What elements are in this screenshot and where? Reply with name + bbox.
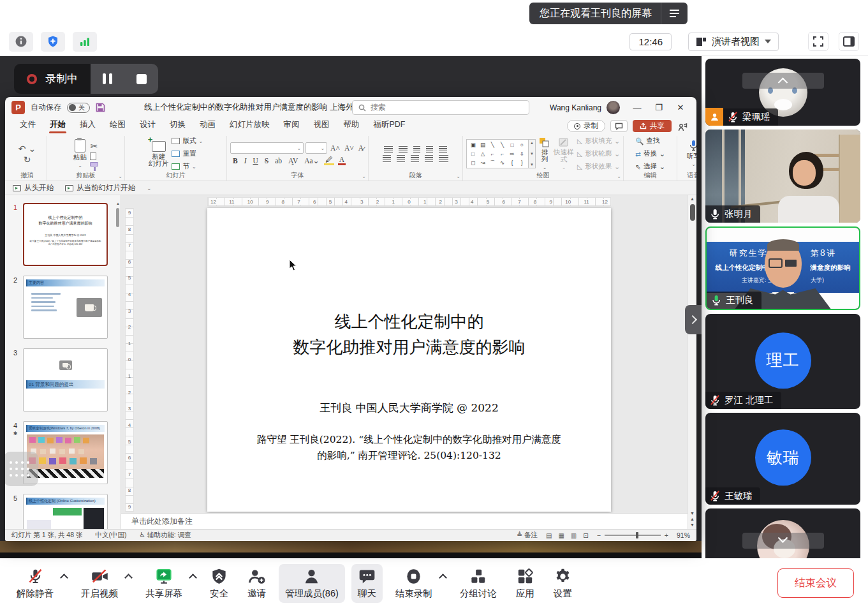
ribbon-tab-10[interactable]: 视图 xyxy=(307,117,337,134)
ribbon-tab-9[interactable]: 审阅 xyxy=(277,117,307,134)
slide-thumbnail-5[interactable]: 线上个性化定制 (Online Customization) xyxy=(23,494,108,529)
layout-button[interactable]: 版式⌄ xyxy=(172,136,203,147)
autosave-toggle[interactable]: 关 xyxy=(67,103,90,113)
shape-effects-button[interactable]: ◺形状效果 ⌄ xyxy=(577,161,620,172)
grow-font-icon[interactable]: A˄ xyxy=(329,144,341,152)
new-slide-button[interactable]: 新建 幻灯片 xyxy=(149,141,169,167)
quickbar-overflow-icon[interactable]: ⌄ xyxy=(147,185,152,191)
align-right-icon[interactable] xyxy=(411,155,419,162)
search-input[interactable]: 搜索 xyxy=(352,100,529,115)
clear-formatting-icon[interactable]: A̷ xyxy=(357,144,365,152)
decrease-indent-icon[interactable] xyxy=(413,146,420,153)
notes-panel[interactable]: 单击此处添加备注 xyxy=(121,513,688,529)
highlight-color-button[interactable]: 🖉 xyxy=(324,156,334,165)
copy-icon[interactable] xyxy=(90,152,96,160)
chevron-up-icon[interactable] xyxy=(60,574,68,582)
close-button[interactable]: ✕ xyxy=(670,99,691,117)
network-quality-button[interactable] xyxy=(73,32,97,52)
format-painter-icon[interactable] xyxy=(90,162,98,167)
columns-icon[interactable] xyxy=(439,155,448,162)
arrange-button[interactable]: 排列⌄ xyxy=(539,137,550,171)
shape-gallery-scroll[interactable]: ▲▼▼ xyxy=(529,139,536,168)
zoom-level[interactable]: 91% xyxy=(677,531,690,539)
ppt-record-button[interactable]: 录制 xyxy=(567,120,605,132)
meeting-info-button[interactable] xyxy=(9,32,33,52)
toolbar-screen-share-button[interactable]: 共享屏幕 xyxy=(139,564,189,603)
participant-tile-5[interactable]: 敏瑞王敏瑞 xyxy=(705,413,860,505)
section-button[interactable]: 节⌄ xyxy=(172,161,196,172)
dictate-button[interactable]: 听写⌄ xyxy=(687,140,696,168)
underline-button[interactable]: U xyxy=(252,157,260,165)
slide-thumbnail-2[interactable]: 主要内容 xyxy=(23,276,108,339)
current-slide[interactable]: 线上个性化定制中的 数字化助推对用户满意度的影响 王刊良 中国人民大学商学院 @… xyxy=(207,208,611,512)
participant-tile-1[interactable]: 梁珮瑶 xyxy=(705,59,860,126)
language-status[interactable]: 中文(中国) xyxy=(95,531,126,540)
ribbon-tab-7[interactable]: 动画 xyxy=(193,117,223,134)
sidebar-collapse-handle[interactable] xyxy=(685,305,702,334)
undo-icon[interactable]: ↶ ⌄ xyxy=(18,144,36,153)
fullscreen-button[interactable] xyxy=(808,32,828,51)
presenter-coach-icon[interactable] xyxy=(678,123,688,132)
text-shadow-button[interactable]: ab xyxy=(274,157,283,165)
account-name[interactable]: Wang Kanliang xyxy=(550,103,601,112)
toolbar-mic-muted-button[interactable]: 解除静音 xyxy=(10,564,60,603)
ribbon-tab-5[interactable]: 设计 xyxy=(133,117,163,134)
pause-recording-button[interactable] xyxy=(91,64,124,94)
video-strip-expand-button[interactable] xyxy=(742,533,824,549)
paste-button[interactable]: 粘贴⌄ xyxy=(73,139,87,169)
reading-view-icon[interactable]: ▥ xyxy=(571,532,577,539)
ribbon-tab-8[interactable]: 幻灯片放映 xyxy=(223,117,277,134)
toolbar-chat-button[interactable]: 聊天 xyxy=(351,564,383,603)
minimize-button[interactable]: — xyxy=(626,99,648,117)
line-spacing-icon[interactable] xyxy=(439,146,447,153)
thumbnail-scrollbar[interactable]: ▲ xyxy=(115,202,120,525)
meeting-floating-widget[interactable] xyxy=(5,452,38,486)
participant-tile-4[interactable]: 理工罗江 北理工 xyxy=(705,314,860,409)
redo-icon[interactable]: ↻ xyxy=(18,155,36,164)
strikethrough-button[interactable]: S xyxy=(263,157,270,165)
end-meeting-button[interactable]: 结束会议 xyxy=(777,568,854,598)
slide-thumbnail-1[interactable]: 线上个性化定制中的数字化助推对用户满意度的影响王刊良 中国人民大学商学院 @ 2… xyxy=(23,203,108,266)
ribbon-tab-11[interactable]: 帮助 xyxy=(337,117,367,134)
toolbar-camera-muted-button[interactable]: 开启视频 xyxy=(75,564,124,603)
font-size-select[interactable]: ⌄ xyxy=(305,142,327,154)
from-current-slide-button[interactable]: 从当前幻灯片开始 xyxy=(65,183,135,193)
shape-outline-button[interactable]: ◺形状轮廓 ⌄ xyxy=(577,149,620,159)
save-icon[interactable] xyxy=(96,103,105,112)
font-name-select[interactable]: ⌄ xyxy=(230,142,304,154)
slide-sorter-icon[interactable]: ▦ xyxy=(558,532,564,539)
select-button[interactable]: ⇖选择 ⌄ xyxy=(635,161,665,172)
ppt-vertical-scrollbar[interactable]: ▲ ▼▲▼ xyxy=(688,195,696,529)
ribbon-tab-4[interactable]: 绘图 xyxy=(103,117,133,134)
toolbar-settings-button[interactable]: 设置 xyxy=(547,564,578,603)
restore-button[interactable]: ❐ xyxy=(648,99,670,117)
font-color-button[interactable]: A xyxy=(338,156,346,165)
cut-icon[interactable]: ✂ xyxy=(90,142,98,151)
participant-tile-2[interactable]: 张明月 xyxy=(705,130,860,223)
side-panel-toggle-button[interactable] xyxy=(839,32,859,51)
shape-fill-button[interactable]: ◺形状填充 ⌄ xyxy=(577,136,620,147)
italic-button[interactable]: I xyxy=(243,157,248,165)
ribbon-tab-6[interactable]: 切换 xyxy=(163,117,193,134)
ribbon-tab-1[interactable]: 文件 xyxy=(13,117,43,134)
shape-gallery[interactable]: ▣▤╲╲□○ □△⌐⌐⇨⇩ ◻↝⌒∿{} xyxy=(466,139,529,168)
toolbar-invite-button[interactable]: 邀请 xyxy=(241,564,272,603)
chevron-up-icon[interactable] xyxy=(189,574,197,582)
toolbar-breakout-button[interactable]: 分组讨论 xyxy=(453,564,503,603)
participant-tile-6[interactable] xyxy=(705,508,860,558)
share-button[interactable]: 共享 xyxy=(633,120,672,132)
slide-thumbnail-3[interactable]: 01 背景和问题的提出 xyxy=(23,348,108,412)
quick-styles-button[interactable]: 快速样式⌄ xyxy=(554,137,574,171)
reset-button[interactable]: 重置 xyxy=(172,149,196,159)
toolbar-apps-button[interactable]: 应用 xyxy=(510,564,541,603)
view-mode-dropdown[interactable]: 演讲者视图 xyxy=(688,33,779,51)
change-case-button[interactable]: Aa⌄ xyxy=(303,156,320,165)
shrink-font-icon[interactable]: A˅ xyxy=(343,144,355,152)
normal-view-icon[interactable]: ▤ xyxy=(546,532,552,539)
char-spacing-button[interactable]: A͍V xyxy=(287,157,299,165)
align-left-icon[interactable] xyxy=(383,155,391,162)
account-avatar[interactable] xyxy=(607,101,620,114)
ribbon-tab-2[interactable]: 开始 xyxy=(43,117,73,134)
bullets-icon[interactable] xyxy=(384,146,393,153)
ribbon-tab-12[interactable]: 福昕PDF xyxy=(367,117,413,134)
